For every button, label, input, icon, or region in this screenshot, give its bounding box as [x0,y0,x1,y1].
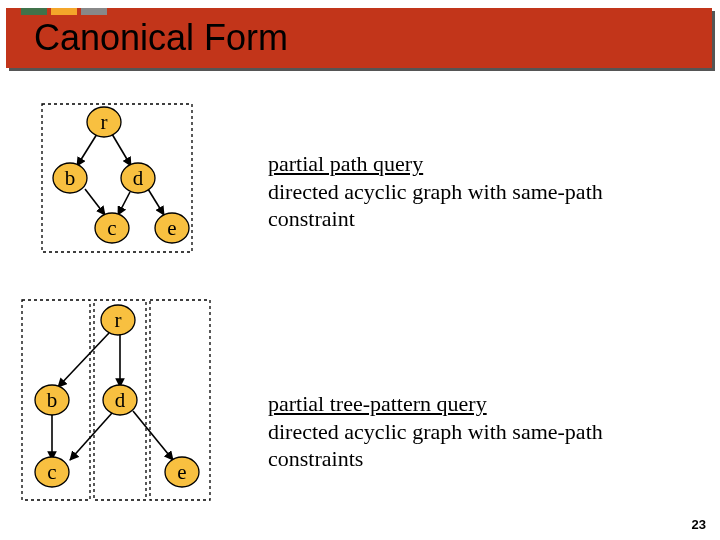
edge [133,411,173,460]
node-label: d [133,166,144,190]
edge [70,413,112,460]
node-label: c [107,216,116,240]
caption-bottom: partial tree-pattern query directed acyc… [268,390,688,473]
edge [85,189,105,215]
page-number: 23 [692,517,706,532]
edge [118,192,130,215]
node-label: e [167,216,176,240]
node-label: b [47,388,58,412]
node-label: e [177,460,186,484]
edge [112,134,131,166]
edge [148,189,164,215]
node-label: b [65,166,76,190]
node-label: r [115,308,122,332]
node-label: r [101,110,108,134]
caption-top: partial path query directed acyclic grap… [268,150,688,233]
caption-text: directed acyclic graph with same-path co… [268,419,603,472]
caption-underline: partial path query [268,151,423,176]
caption-underline: partial tree-pattern query [268,391,487,416]
caption-text: directed acyclic graph with same-path co… [268,179,603,232]
edge [58,333,109,387]
node-label: c [47,460,56,484]
node-label: d [115,388,126,412]
edge [77,134,97,166]
